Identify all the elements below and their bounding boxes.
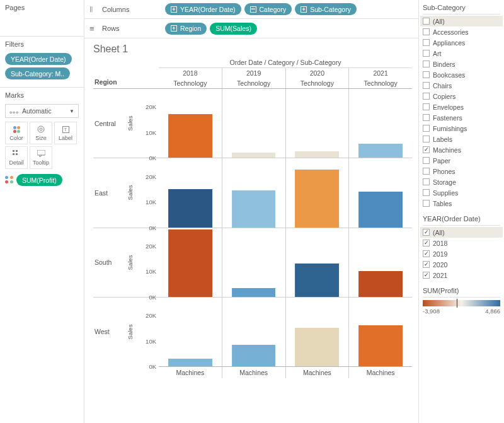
plot-cell[interactable] bbox=[222, 89, 285, 158]
filter-pill-subcat[interactable]: Sub-Category: M.. bbox=[5, 67, 70, 79]
filter-item[interactable]: Supplies bbox=[423, 187, 500, 198]
filter-item[interactable]: 2018 bbox=[423, 238, 500, 248]
col-pill-subcat[interactable]: +Sub-Category bbox=[295, 3, 357, 15]
checkbox-icon bbox=[423, 39, 430, 46]
plot-cell[interactable] bbox=[159, 89, 222, 158]
marks-color[interactable]: Color bbox=[5, 122, 28, 144]
filter-item[interactable]: Paper bbox=[423, 155, 500, 166]
subcat-header[interactable]: Machines bbox=[159, 367, 222, 378]
bar[interactable] bbox=[358, 192, 403, 228]
plot-cell[interactable] bbox=[286, 89, 349, 158]
subcat-header[interactable]: Machines bbox=[285, 367, 349, 378]
filter-item[interactable]: Appliances bbox=[423, 37, 500, 48]
region-header[interactable]: South bbox=[93, 228, 126, 298]
bar[interactable] bbox=[295, 264, 339, 297]
bar[interactable] bbox=[232, 153, 276, 158]
plot-cell[interactable] bbox=[222, 158, 285, 228]
filter-item[interactable]: Copiers bbox=[423, 91, 500, 101]
bar[interactable] bbox=[358, 144, 403, 158]
filter-item[interactable]: Bookcases bbox=[423, 69, 500, 80]
bar[interactable] bbox=[232, 345, 276, 366]
plot-cell[interactable] bbox=[286, 298, 349, 366]
filter-item[interactable]: Storage bbox=[423, 177, 500, 187]
filter-item[interactable]: Envelopes bbox=[423, 101, 500, 112]
filter-item[interactable]: 2019 bbox=[423, 248, 500, 259]
year-header[interactable]: 2020 bbox=[285, 68, 349, 78]
marks-tooltip[interactable]: Tooltip bbox=[30, 146, 52, 169]
bottom-labels: MachinesMachinesMachinesMachines bbox=[93, 366, 412, 378]
filter-item[interactable]: Accessories bbox=[423, 26, 500, 37]
checkbox-icon bbox=[423, 114, 430, 121]
color-pill-profit[interactable]: SUM(Profit) bbox=[16, 174, 62, 186]
category-header[interactable]: Technology bbox=[159, 78, 222, 88]
filter-item[interactable]: Art bbox=[423, 48, 500, 59]
subcat-header[interactable]: Machines bbox=[222, 367, 285, 378]
bar[interactable] bbox=[358, 325, 403, 366]
filter-item[interactable]: Labels bbox=[423, 134, 500, 144]
year-header[interactable]: 2018 bbox=[159, 68, 222, 78]
marks-size[interactable]: Size bbox=[30, 122, 52, 144]
svg-rect-6 bbox=[37, 150, 45, 155]
region-axis-label: Region bbox=[93, 57, 159, 89]
row-pill-sales[interactable]: SUM(Sales) bbox=[210, 23, 257, 35]
plot-cell[interactable] bbox=[286, 158, 349, 228]
category-header[interactable]: Technology bbox=[222, 78, 285, 88]
filter-item-all[interactable]: (All) bbox=[420, 227, 503, 238]
filter-item[interactable]: Phones bbox=[423, 166, 500, 177]
filter-item[interactable]: Binders bbox=[423, 59, 500, 69]
filter-item[interactable]: Fasteners bbox=[423, 112, 500, 123]
filter-card-subcat[interactable]: Sub-Category (All)AccessoriesAppliancesA… bbox=[423, 3, 500, 209]
col-pill-category[interactable]: −Category bbox=[244, 3, 292, 15]
filter-item-all[interactable]: (All) bbox=[420, 16, 503, 26]
col-axis-title: Order Date / Category / Sub-Category bbox=[159, 57, 412, 68]
filter-pill-year[interactable]: YEAR(Order Date) bbox=[5, 53, 72, 65]
category-header[interactable]: Technology bbox=[285, 78, 349, 88]
legend-profit[interactable]: SUM(Profit) -3,908 4,866 bbox=[423, 286, 500, 315]
bar[interactable] bbox=[295, 328, 339, 366]
sheet-title[interactable]: Sheet 1 bbox=[93, 43, 412, 55]
filter-card-year[interactable]: YEAR(Order Date) (All)2018201920202021 bbox=[423, 214, 500, 281]
plot-cell[interactable] bbox=[222, 298, 285, 366]
bar[interactable] bbox=[168, 359, 212, 366]
filter-item[interactable]: 2021 bbox=[423, 270, 500, 281]
bar[interactable] bbox=[168, 114, 212, 158]
region-header[interactable]: East bbox=[93, 158, 126, 228]
rows-shelf[interactable]: ≡Rows +Region SUM(Sales) bbox=[84, 19, 418, 38]
filter-item[interactable]: Furnishings bbox=[423, 123, 500, 134]
row-pill-region[interactable]: +Region bbox=[165, 23, 207, 35]
plot-cell[interactable] bbox=[159, 298, 222, 366]
filter-item[interactable]: 2020 bbox=[423, 259, 500, 270]
bar[interactable] bbox=[295, 170, 339, 227]
pages-card[interactable]: Pages bbox=[0, 0, 84, 37]
mark-type-select[interactable]: ₒₒₒAutomatic ▼ bbox=[5, 104, 79, 118]
filter-item[interactable]: Chairs bbox=[423, 80, 500, 91]
filter-item[interactable]: Tables bbox=[423, 198, 500, 209]
plot-cell[interactable] bbox=[159, 158, 222, 228]
bar[interactable] bbox=[168, 229, 212, 297]
checkbox-icon bbox=[423, 261, 430, 268]
plot-cell[interactable] bbox=[349, 228, 412, 298]
plot-cell[interactable] bbox=[349, 298, 412, 366]
marks-detail[interactable]: Detail bbox=[5, 146, 28, 169]
marks-label[interactable]: T Label bbox=[54, 122, 77, 144]
filters-card[interactable]: Filters YEAR(Order Date) Sub-Category: M… bbox=[0, 37, 84, 88]
plot-cell[interactable] bbox=[349, 158, 412, 228]
bar[interactable] bbox=[358, 271, 403, 296]
bar[interactable] bbox=[168, 189, 212, 228]
col-pill-year[interactable]: +YEAR(Order Date) bbox=[165, 3, 241, 15]
year-header[interactable]: 2019 bbox=[222, 68, 285, 78]
bar[interactable] bbox=[295, 151, 339, 158]
bar[interactable] bbox=[232, 190, 276, 228]
filter-item[interactable]: Machines bbox=[423, 144, 500, 155]
region-header[interactable]: West bbox=[93, 298, 126, 366]
plot-cell[interactable] bbox=[286, 228, 349, 298]
plot-cell[interactable] bbox=[222, 228, 285, 298]
region-header[interactable]: Central bbox=[93, 89, 126, 158]
plot-cell[interactable] bbox=[159, 228, 222, 298]
year-header[interactable]: 2021 bbox=[348, 68, 412, 78]
columns-shelf[interactable]: ⦀Columns +YEAR(Order Date) −Category +Su… bbox=[84, 0, 418, 19]
bar[interactable] bbox=[232, 288, 276, 297]
category-header[interactable]: Technology bbox=[348, 78, 412, 88]
plot-cell[interactable] bbox=[349, 89, 412, 158]
subcat-header[interactable]: Machines bbox=[348, 367, 412, 378]
